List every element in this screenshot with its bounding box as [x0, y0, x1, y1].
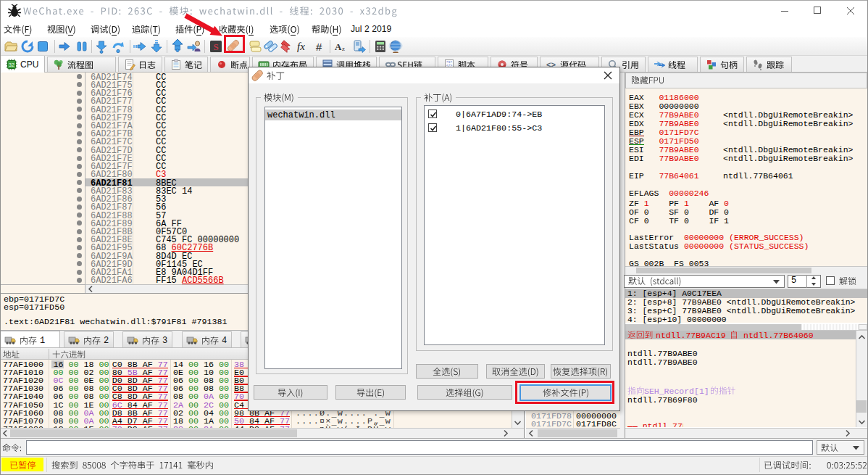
- svg-text:#: #: [316, 40, 322, 52]
- svg-text:fx: fx: [297, 41, 305, 52]
- svg-text:A: A: [335, 41, 342, 51]
- svg-text:32: 32: [9, 62, 14, 67]
- svg-text:S: S: [213, 41, 218, 52]
- svg-text:z: z: [342, 45, 345, 52]
